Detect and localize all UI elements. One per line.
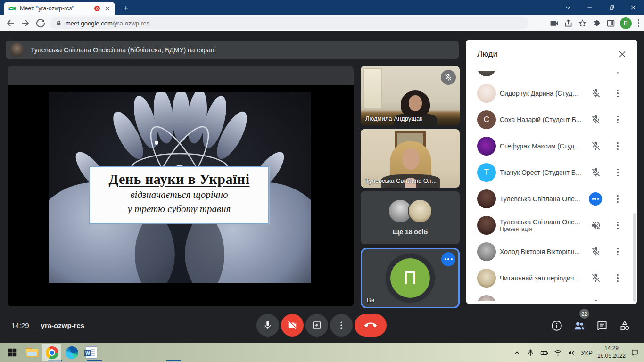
share-icon[interactable] <box>563 18 573 28</box>
word-icon[interactable]: W <box>82 344 101 361</box>
participant-avatar: С <box>477 110 496 129</box>
more-participants-label: Ще 18 осіб <box>361 228 460 236</box>
slide-subtitle-line2: у третю суботу травня <box>90 203 268 215</box>
activities-icon[interactable] <box>619 320 631 332</box>
lock-icon[interactable] <box>56 20 62 26</box>
taskbar-clock[interactable]: 14:29 16.05.2022 <box>597 345 626 360</box>
video-tile-participant2[interactable]: Тулевська Світлана Ол... <box>361 129 460 188</box>
action-center-icon[interactable] <box>630 348 639 357</box>
mic-off-icon[interactable] <box>591 88 601 99</box>
tile-options-icon[interactable] <box>441 252 455 266</box>
participant-menu-icon[interactable] <box>613 194 622 204</box>
participant-menu-icon[interactable] <box>613 247 622 257</box>
mic-off-icon[interactable] <box>591 167 601 178</box>
presenting-banner-text: Тулевська Світлана Олексіївна (Бібліотек… <box>31 46 216 54</box>
video-tile-participant1[interactable]: Людмила Андрущак <box>361 66 460 125</box>
participant-row[interactable]: Тулевська Світлана Оле...Презентація <box>466 212 637 239</box>
more-options-button[interactable] <box>330 314 353 337</box>
edge-icon[interactable] <box>62 344 81 361</box>
close-window-icon[interactable] <box>622 0 644 15</box>
window-controls <box>557 0 644 15</box>
tray-volume-icon[interactable] <box>567 348 576 357</box>
people-panel: Люди Сидорчук Дарина (Студ... С Соха Наз… <box>466 40 637 304</box>
participant-row[interactable]: Тулевська Світлана Оле... <box>466 186 637 212</box>
present-button[interactable] <box>305 314 328 337</box>
camera-in-use-icon[interactable] <box>549 18 559 28</box>
forward-icon[interactable] <box>20 17 31 29</box>
mic-off-icon[interactable] <box>591 273 601 283</box>
back-icon[interactable] <box>5 17 16 29</box>
volume-off-icon[interactable] <box>591 220 601 230</box>
extensions-icon[interactable] <box>592 18 602 28</box>
meet-favicon <box>8 5 16 12</box>
screen: Meet: "yra-ozwp-rcs" + <box>0 0 644 362</box>
minimize-icon[interactable] <box>579 0 601 15</box>
participant-row[interactable]: Стефурак Максим (Студ... <box>466 133 637 159</box>
tab-search-icon[interactable] <box>557 0 579 15</box>
chrome-icon[interactable] <box>42 344 61 361</box>
browser-tab[interactable]: Meet: "yra-ozwp-rcs" <box>4 2 115 15</box>
language-indicator[interactable]: УКР <box>581 349 593 356</box>
participant-menu-icon[interactable] <box>613 299 622 301</box>
star-icon[interactable] <box>578 18 587 28</box>
tab-close-icon[interactable] <box>104 5 111 12</box>
file-explorer-icon[interactable] <box>23 344 41 361</box>
new-tab-button[interactable]: + <box>120 2 132 15</box>
self-video-tile[interactable]: П Ви <box>361 248 460 308</box>
participant-menu-icon[interactable] <box>613 141 622 151</box>
presentation-tile[interactable]: День науки в Україні відзначається щоріч… <box>8 66 354 306</box>
participant-name: Холод Вікторія Вікторівн... <box>500 248 587 255</box>
reload-icon[interactable] <box>35 17 46 29</box>
panel-scrollbar[interactable] <box>633 213 636 302</box>
participant-subtitle: Презентація <box>500 226 587 232</box>
participant-avatar <box>477 242 496 261</box>
participant-row[interactable]: С Соха Назарій (Студент Б... <box>466 107 637 133</box>
divider <box>35 321 35 329</box>
toolbar-right: П <box>549 17 642 29</box>
browser-titlebar: Meet: "yra-ozwp-rcs" + <box>0 0 644 15</box>
tray-mic-icon[interactable] <box>526 348 535 357</box>
slide-area: День науки в Україні відзначається щоріч… <box>49 92 311 283</box>
participant-menu-icon[interactable] <box>613 220 622 230</box>
browser-menu-icon[interactable] <box>636 19 642 27</box>
people-icon[interactable] <box>573 320 586 332</box>
participants-list: Сидорчук Дарина (Студ... С Соха Назарій … <box>466 71 637 301</box>
participant-row[interactable]: Сидорчук Дарина (Студ... <box>466 80 637 107</box>
more-participants-tile[interactable]: Ще 18 осіб <box>361 191 460 244</box>
mic-off-icon[interactable] <box>591 115 601 125</box>
participant-name: Соха Назарій (Студент Б... <box>500 116 587 123</box>
participant-menu-icon[interactable] <box>613 115 622 125</box>
meet-page: Тулевська Світлана Олексіївна (Бібліотек… <box>0 31 644 343</box>
mic-off-icon[interactable] <box>591 247 601 257</box>
mic-off-icon[interactable] <box>591 141 601 151</box>
info-icon[interactable] <box>551 320 563 332</box>
tray-chevron-icon[interactable] <box>512 348 521 357</box>
meeting-code: yra-ozwp-rcs <box>41 321 85 329</box>
meeting-info: 14:29 yra-ozwp-rcs <box>11 307 84 343</box>
participant-name: Стефурак Максим (Студ... <box>500 142 587 150</box>
camera-off-button[interactable] <box>281 314 304 337</box>
url-bar[interactable]: meet.google.com/yra-ozwp-rcs <box>50 17 529 29</box>
hangup-button[interactable] <box>355 314 387 337</box>
participant-row[interactable]: Читальний зал періодич... <box>466 265 637 291</box>
chat-icon[interactable] <box>596 320 608 332</box>
participant-name-label: Людмила Андрущак <box>365 115 422 122</box>
restore-icon[interactable] <box>601 0 622 15</box>
participant-row[interactable]: Холод Вікторія Вікторівн... <box>466 239 637 265</box>
tray-wifi-icon[interactable] <box>553 348 562 357</box>
mic-button[interactable] <box>256 314 279 337</box>
participant-menu-icon[interactable] <box>613 167 622 178</box>
start-button[interactable] <box>3 344 22 361</box>
mic-off-icon[interactable] <box>591 299 601 301</box>
system-tray: УКР 14:29 16.05.2022 <box>512 343 644 362</box>
panel-close-icon[interactable] <box>618 49 627 59</box>
browser-toolbar: meet.google.com/yra-ozwp-rcs П <box>0 15 644 31</box>
browser-profile-avatar[interactable]: П <box>620 17 632 29</box>
tray-battery-icon[interactable] <box>540 348 549 357</box>
side-panel-icon[interactable] <box>606 18 616 28</box>
participant-row[interactable]: Юлицька Ольга Петрівн... <box>466 291 637 301</box>
participant-row[interactable]: Т Ткачук Орест (Студент Б... <box>466 159 637 186</box>
taskbar-date: 16.05.2022 <box>597 353 626 360</box>
participant-menu-icon[interactable] <box>613 88 622 99</box>
participant-menu-icon[interactable] <box>613 273 622 283</box>
